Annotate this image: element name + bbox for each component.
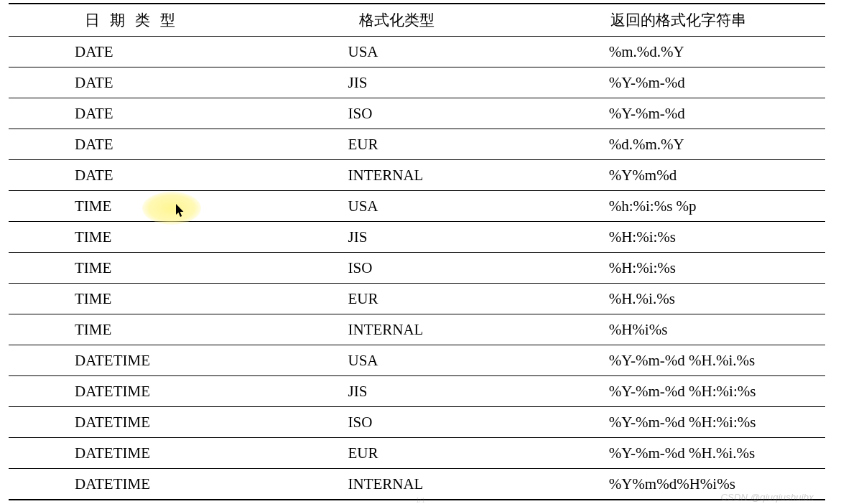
header-format-type: 格式化类型 bbox=[261, 4, 531, 37]
cell-format-type: EUR bbox=[261, 129, 531, 160]
cell-format-string: %Y-%m-%d %H:%i:%s bbox=[531, 376, 825, 407]
cell-format-type: INTERNAL bbox=[261, 469, 531, 500]
format-table: 日期类型 格式化类型 返回的格式化字符串 DATEUSA%m.%d.%YDATE… bbox=[9, 3, 825, 500]
cell-format-type: EUR bbox=[261, 284, 531, 314]
cell-format-string: %H%i%s bbox=[531, 314, 825, 345]
cell-format-type: USA bbox=[261, 345, 531, 376]
table-row: DATETIMEINTERNAL%Y%m%d%H%i%s bbox=[9, 469, 825, 500]
cell-date-type: DATETIME bbox=[9, 438, 261, 469]
cell-format-string: %Y%m%d%H%i%s bbox=[531, 469, 825, 500]
table-row: DATETIMEEUR%Y-%m-%d %H.%i.%s bbox=[9, 438, 825, 469]
cell-date-type: DATETIME bbox=[9, 376, 261, 407]
cell-format-string: %H.%i.%s bbox=[531, 284, 825, 314]
table-row: TIMEISO%H:%i:%s bbox=[9, 253, 825, 284]
table-row: DATEISO%Y-%m-%d bbox=[9, 98, 825, 129]
table-row: DATETIMEUSA%Y-%m-%d %H.%i.%s bbox=[9, 345, 825, 376]
cell-format-string: %h:%i:%s %p bbox=[531, 191, 825, 222]
cell-format-string: %Y-%m-%d %H:%i:%s bbox=[531, 407, 825, 438]
cell-format-string: %H:%i:%s bbox=[531, 222, 825, 253]
cell-format-type: ISO bbox=[261, 407, 531, 438]
cell-date-type: DATE bbox=[9, 67, 261, 98]
cell-format-string: %Y-%m-%d bbox=[531, 98, 825, 129]
cell-format-string: %m.%d.%Y bbox=[531, 37, 825, 67]
cell-format-type: USA bbox=[261, 37, 531, 67]
cell-date-type: DATETIME bbox=[9, 407, 261, 438]
table-row: TIMEEUR%H.%i.%s bbox=[9, 284, 825, 314]
header-date-type: 日期类型 bbox=[9, 4, 261, 37]
cell-date-type: TIME bbox=[9, 222, 261, 253]
cell-date-type: DATE bbox=[9, 37, 261, 67]
cell-format-string: %Y%m%d bbox=[531, 160, 825, 191]
table-row: DATEINTERNAL%Y%m%d bbox=[9, 160, 825, 191]
cell-format-string: %H:%i:%s bbox=[531, 253, 825, 284]
cell-format-type: JIS bbox=[261, 222, 531, 253]
cell-date-type: DATE bbox=[9, 98, 261, 129]
cell-format-type: USA bbox=[261, 191, 531, 222]
cell-format-type: JIS bbox=[261, 376, 531, 407]
cell-date-type: TIME bbox=[9, 284, 261, 314]
cell-date-type: TIME bbox=[9, 253, 261, 284]
cell-format-type: ISO bbox=[261, 98, 531, 129]
cell-date-type: DATETIME bbox=[9, 345, 261, 376]
cell-format-type: INTERNAL bbox=[261, 160, 531, 191]
table-row: TIMEJIS%H:%i:%s bbox=[9, 222, 825, 253]
cell-format-type: ISO bbox=[261, 253, 531, 284]
cell-format-string: %Y-%m-%d %H.%i.%s bbox=[531, 345, 825, 376]
table-row: DATETIMEJIS%Y-%m-%d %H:%i:%s bbox=[9, 376, 825, 407]
table-row: TIMEINTERNAL%H%i%s bbox=[9, 314, 825, 345]
cell-format-string: %Y-%m-%d %H.%i.%s bbox=[531, 438, 825, 469]
table-row: DATEUSA%m.%d.%Y bbox=[9, 37, 825, 67]
table-row: DATETIMEISO%Y-%m-%d %H:%i:%s bbox=[9, 407, 825, 438]
cell-date-type: TIME bbox=[9, 191, 261, 222]
cell-date-type: DATETIME bbox=[9, 469, 261, 500]
table-row: DATEJIS%Y-%m-%d bbox=[9, 67, 825, 98]
cell-format-type: JIS bbox=[261, 67, 531, 98]
cell-date-type: TIME bbox=[9, 314, 261, 345]
cell-format-string: %Y-%m-%d bbox=[531, 67, 825, 98]
cell-date-type: DATE bbox=[9, 160, 261, 191]
table-row: TIMEUSA%h:%i:%s %p bbox=[9, 191, 825, 222]
cell-format-type: EUR bbox=[261, 438, 531, 469]
cell-format-type: INTERNAL bbox=[261, 314, 531, 345]
cell-date-type: DATE bbox=[9, 129, 261, 160]
table-row: DATEEUR%d.%m.%Y bbox=[9, 129, 825, 160]
cell-format-string: %d.%m.%Y bbox=[531, 129, 825, 160]
header-returned-string: 返回的格式化字符串 bbox=[531, 4, 825, 37]
header-row: 日期类型 格式化类型 返回的格式化字符串 bbox=[9, 4, 825, 37]
